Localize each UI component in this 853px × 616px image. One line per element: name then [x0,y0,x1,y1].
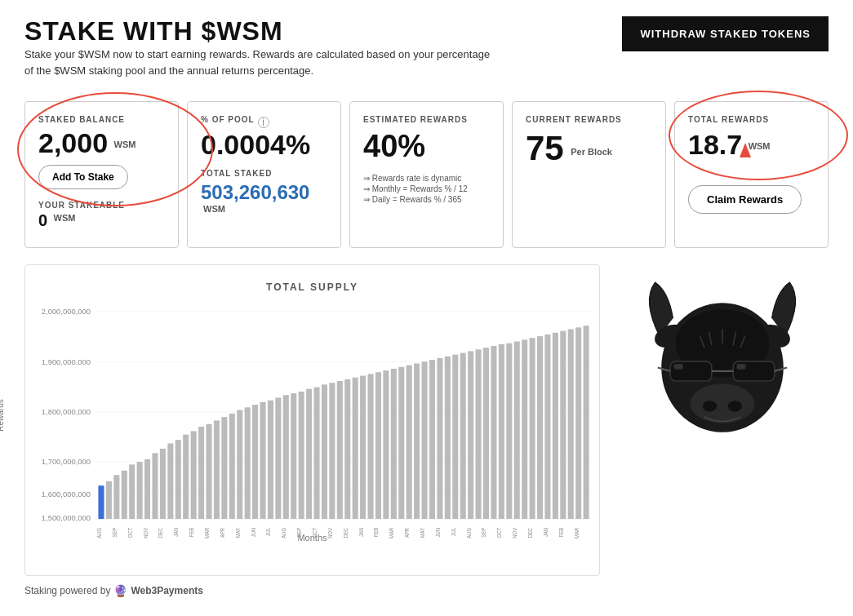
chart-area: Rewards 2,000,000,000 1,900,000,000 1,80… [33,301,591,530]
svg-text:FEB: FEB [189,528,194,537]
page-subtitle: Stake your $WSM now to start earning rew… [24,47,498,78]
svg-rect-74 [575,327,581,519]
svg-text:1,800,000,000: 1,800,000,000 [42,408,91,416]
svg-rect-29 [229,414,235,519]
svg-rect-66 [514,342,520,520]
svg-rect-75 [584,326,589,519]
info-icon[interactable]: i [258,117,269,128]
svg-text:DEC: DEC [527,527,533,538]
svg-rect-43 [337,381,343,519]
page-title: STAKE WITH $WSM [24,16,498,47]
svg-text:NOV: NOV [512,527,518,538]
svg-text:JUN: JUN [250,528,255,537]
svg-rect-34 [268,401,273,519]
svg-text:OCT: OCT [127,528,132,538]
svg-text:APR: APR [404,527,410,538]
svg-rect-60 [468,351,473,519]
svg-rect-36 [283,395,289,519]
svg-text:AUG: AUG [96,528,102,538]
svg-rect-39 [306,389,312,519]
svg-text:JAN: JAN [173,528,179,537]
svg-rect-35 [275,397,281,519]
chart-section: TOTAL SUPPLY Rewards 2,000,000,000 1,900… [24,264,829,576]
staked-balance-value: 2,000 [38,127,108,158]
svg-text:DEC: DEC [158,527,163,538]
svg-text:MAY: MAY [420,528,425,538]
total-staked-label: TOTAL STAKED [201,169,327,178]
web3payments-icon: 🔮 [113,584,127,597]
svg-rect-73 [568,329,574,519]
svg-point-120 [703,401,717,411]
svg-rect-58 [452,355,458,519]
svg-rect-24 [191,431,197,519]
total-rewards-value-row: 18.7 WSM [688,129,815,161]
svg-rect-63 [491,346,496,519]
svg-text:MAR: MAR [573,527,579,538]
current-rewards-value-row: 75 Per Block [526,129,652,168]
svg-text:OCT: OCT [312,528,318,538]
svg-rect-45 [353,378,358,519]
svg-rect-61 [476,349,482,519]
reward-note-2: Monthly = Rewards % / 12 [363,184,490,193]
add-to-stake-button[interactable]: Add To Stake [38,165,128,189]
pool-card: % OF POOL i 0.0004% TOTAL STAKED 503,260… [187,101,341,248]
estimated-label: ESTIMATED REWARDS [363,115,490,124]
stakeable-value-row: 0 WSM [38,211,165,230]
svg-point-121 [728,401,743,411]
svg-rect-12 [98,485,104,519]
svg-text:JAN: JAN [543,528,549,537]
svg-text:MAY: MAY [234,528,240,538]
svg-rect-50 [391,369,397,519]
chart-title: TOTAL SUPPLY [33,281,591,293]
svg-rect-31 [245,407,251,519]
reward-note-3: Daily = Rewards % / 365 [363,195,490,204]
chart-y-label: Rewards [0,399,5,431]
svg-rect-72 [560,331,566,519]
svg-text:DEC: DEC [342,527,348,538]
svg-rect-22 [175,440,181,519]
svg-rect-44 [344,379,350,519]
svg-rect-55 [429,360,435,519]
pool-value: 0.0004% [201,129,327,161]
footer-text: Staking powered by [24,585,110,596]
svg-rect-54 [422,361,428,519]
svg-rect-13 [106,481,112,519]
svg-rect-53 [414,363,420,519]
svg-rect-41 [322,384,327,519]
svg-rect-32 [252,405,258,519]
svg-rect-28 [221,417,227,519]
stakeable-label: YOUR STAKEABLE [38,201,165,210]
claim-rewards-button[interactable]: Claim Rewards [688,185,802,214]
svg-rect-71 [553,333,558,519]
svg-text:JUL: JUL [265,527,271,536]
svg-rect-42 [329,383,335,519]
footer: Staking powered by 🔮 Web3Payments [24,584,829,597]
staked-balance-label: STAKED BALANCE [38,115,165,124]
svg-text:MAR: MAR [389,527,394,538]
svg-rect-16 [129,464,135,519]
total-staked-value: 503,260,630 [201,181,309,203]
total-staked-unit: WSM [203,204,225,214]
svg-text:2,000,000,000: 2,000,000,000 [42,308,91,317]
stakeable-unit: WSM [54,213,76,223]
svg-text:1,700,000,000: 1,700,000,000 [42,459,91,467]
svg-rect-20 [160,449,166,519]
svg-text:SEP: SEP [296,528,302,538]
svg-rect-19 [152,453,158,519]
svg-rect-17 [137,462,143,519]
stakeable-value: 0 [38,211,47,229]
svg-text:OCT: OCT [496,528,502,538]
svg-text:APR: APR [220,527,225,538]
svg-text:AUG: AUG [281,528,287,538]
total-rewards-unit: WSM [749,141,771,151]
withdraw-button[interactable]: WITHDRAW STAKED TOKENS [622,16,829,51]
total-rewards-card: TOTAL REWARDS 18.7 WSM Claim Rewards [674,101,829,248]
svg-rect-33 [260,402,265,519]
svg-rect-115 [674,364,683,370]
per-block-label: Per Block [571,147,612,157]
svg-text:JAN: JAN [358,528,363,537]
svg-rect-27 [214,420,220,519]
svg-point-119 [690,383,754,423]
svg-text:1,500,000,000: 1,500,000,000 [42,515,91,523]
svg-rect-18 [144,459,150,519]
